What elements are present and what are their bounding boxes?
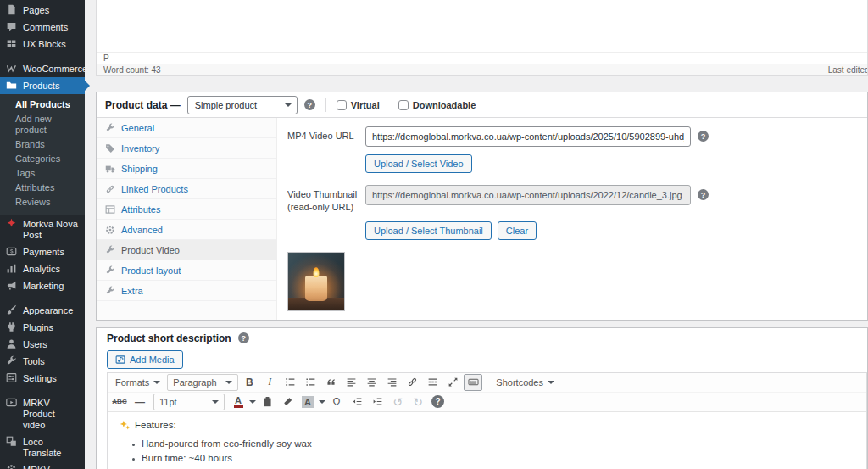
thumbnail-url-input[interactable] xyxy=(365,185,691,205)
help-icon[interactable]: ? xyxy=(238,332,249,343)
blockquote-button[interactable] xyxy=(321,374,340,391)
help-icon[interactable]: ? xyxy=(304,99,315,110)
short-description-content[interactable]: Features: Hand-poured from eco-friendly … xyxy=(108,412,866,469)
background-color-button[interactable]: A xyxy=(298,394,317,410)
help-icon[interactable]: ? xyxy=(698,131,709,142)
virtual-label: Virtual xyxy=(351,100,380,110)
help-icon[interactable]: ? xyxy=(698,189,709,200)
chevron-down-icon[interactable] xyxy=(249,400,256,407)
submenu-item-categories[interactable]: Categories xyxy=(0,152,85,166)
tab-product-video[interactable]: Product Video xyxy=(97,240,276,260)
downloadable-checkbox[interactable] xyxy=(398,100,409,110)
paragraph-select[interactable]: Paragraph xyxy=(167,374,238,391)
align-right-button[interactable] xyxy=(382,374,401,391)
chevron-down-icon xyxy=(153,381,160,388)
sidebar-item-morkva-nova-post[interactable]: Morkva Nova Post xyxy=(0,215,85,243)
sidebar-item-mrkv-product-video[interactable]: MRKV Product video xyxy=(0,394,85,433)
text-color-button[interactable]: A xyxy=(229,394,248,410)
description-editor-content[interactable] xyxy=(97,0,867,52)
product-data-panel: Product data — Simple product ? Virtual … xyxy=(96,92,868,321)
sidebar-item-products[interactable]: Products xyxy=(0,77,85,94)
insert-link-button[interactable] xyxy=(403,374,421,391)
sidebar-item-ux-blocks[interactable]: UX Blocks xyxy=(0,36,85,53)
sidebar-item-users[interactable]: Users xyxy=(0,336,85,353)
submenu-item-reviews[interactable]: Reviews xyxy=(0,195,85,209)
editor-help-button[interactable]: ? xyxy=(431,395,444,408)
outdent-button[interactable] xyxy=(348,394,366,410)
sidebar-item-appearance[interactable]: Appearance xyxy=(0,302,85,319)
chain-icon xyxy=(105,184,115,194)
tab-inventory[interactable]: Inventory xyxy=(97,138,276,159)
virtual-checkbox[interactable] xyxy=(337,100,347,110)
upload-select-thumbnail-button[interactable]: Upload / Select Thumbnail xyxy=(365,221,492,240)
numbered-list-button[interactable] xyxy=(301,374,320,391)
special-character-button[interactable]: Ω xyxy=(327,394,346,410)
editor-element-path[interactable]: P xyxy=(97,52,867,64)
indent-button[interactable] xyxy=(368,394,387,410)
paste-as-text-button[interactable] xyxy=(258,394,276,410)
add-media-button[interactable]: Add Media xyxy=(107,350,183,369)
virtual-checkbox-label[interactable]: Virtual xyxy=(337,100,380,110)
feature-item: Burn time: ~40 hours xyxy=(131,453,854,463)
align-center-button[interactable] xyxy=(362,374,381,391)
gear-icon xyxy=(6,464,17,469)
tab-advanced[interactable]: Advanced xyxy=(97,220,276,240)
sidebar-item-label: Marketing xyxy=(23,280,64,292)
strikethrough-button[interactable]: ABC xyxy=(110,394,129,410)
tab-linked-products[interactable]: Linked Products xyxy=(97,179,276,199)
tab-product-layout[interactable]: Product layout xyxy=(97,260,276,281)
submenu-item-tags[interactable]: Tags xyxy=(0,166,85,181)
submenu-item-brands[interactable]: Brands xyxy=(0,137,85,152)
sidebar-item-analytics[interactable]: Analytics xyxy=(0,260,85,277)
wrench-icon xyxy=(105,123,115,133)
sidebar-item-plugins[interactable]: Plugins xyxy=(0,319,85,336)
toolbar-row-1: Formats Paragraph B I Shortcodes xyxy=(108,373,866,393)
tab-label: Product Video xyxy=(121,245,180,255)
clear-thumbnail-button[interactable]: Clear xyxy=(498,221,537,240)
sidebar-item-loco-translate[interactable]: Loco Translate xyxy=(0,433,85,461)
sidebar-item-payments[interactable]: Payments xyxy=(0,243,85,260)
tab-attributes[interactable]: Attributes xyxy=(97,199,276,220)
font-size-select[interactable]: 11pt xyxy=(153,394,225,410)
sidebar-item-tools[interactable]: Tools xyxy=(0,353,85,370)
sidebar-item-label: Users xyxy=(23,338,47,350)
sidebar-item-settings[interactable]: Settings xyxy=(0,370,85,387)
clear-formatting-button[interactable] xyxy=(278,394,297,410)
background-color-letter: A xyxy=(302,396,314,408)
tab-shipping[interactable]: Shipping xyxy=(97,159,276,179)
align-left-button[interactable] xyxy=(342,374,360,391)
tab-label: Attributes xyxy=(121,204,160,215)
formats-select[interactable]: Formats xyxy=(110,374,165,391)
product-type-select[interactable]: Simple product xyxy=(187,96,298,114)
sidebar-item-mrkv-product-tabs[interactable]: MRKV Product Tabs xyxy=(0,461,85,469)
sidebar-item-woocommerce[interactable]: WooCommerce xyxy=(0,60,85,77)
toolbar-toggle-button[interactable] xyxy=(464,374,482,391)
editor-path-p[interactable]: P xyxy=(103,53,109,63)
mp4-url-input[interactable] xyxy=(365,126,691,147)
chevron-down-icon xyxy=(548,381,554,388)
bullet-list-button[interactable] xyxy=(281,374,299,391)
read-more-tag-button[interactable] xyxy=(423,374,442,391)
chevron-down-icon[interactable] xyxy=(319,400,326,407)
downloadable-checkbox-label[interactable]: Downloadable xyxy=(398,100,476,110)
fullscreen-button[interactable] xyxy=(443,374,462,391)
paragraph-label: Paragraph xyxy=(173,377,216,388)
short-description-panel: Product short description ? Add Media Fo… xyxy=(96,327,868,469)
sidebar-item-marketing[interactable]: Marketing xyxy=(0,277,85,294)
upload-select-video-button[interactable]: Upload / Select Video xyxy=(365,154,472,173)
submenu-item-attributes[interactable]: Attributes xyxy=(0,181,85,195)
horizontal-rule-button[interactable]: — xyxy=(131,394,149,410)
submenu-item-all-products[interactable]: All Products xyxy=(0,98,85,112)
submenu-item-add-new-product[interactable]: Add new product xyxy=(0,112,85,137)
sidebar-item-label: WooCommerce xyxy=(23,63,87,75)
tab-extra[interactable]: Extra xyxy=(97,281,276,301)
tab-general[interactable]: General xyxy=(97,118,276,138)
italic-button[interactable]: I xyxy=(260,374,279,391)
shortcodes-select[interactable]: Shortcodes xyxy=(491,374,559,391)
undo-button[interactable]: ↺ xyxy=(388,394,407,410)
bold-button[interactable]: B xyxy=(240,374,259,391)
sidebar-item-pages[interactable]: Pages xyxy=(0,2,85,19)
toolbar-row-2: ABC — 11pt A A Ω ↺ ↻ ? xyxy=(108,393,866,412)
sidebar-item-comments[interactable]: Comments xyxy=(0,19,85,36)
redo-button[interactable]: ↻ xyxy=(409,394,427,410)
